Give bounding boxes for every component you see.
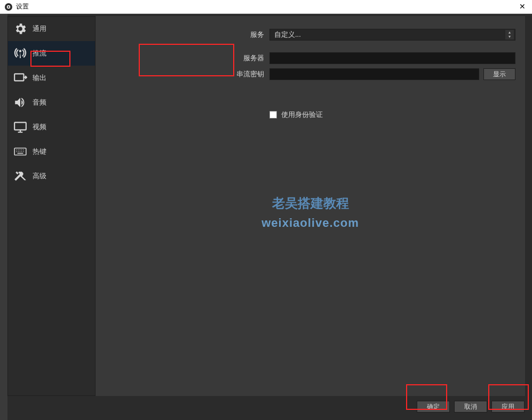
sidebar-item-label: 音频 — [33, 98, 46, 107]
sidebar-item-label: 推流 — [33, 49, 46, 58]
sidebar-item-label: 热键 — [33, 147, 46, 156]
tools-icon — [12, 168, 28, 184]
row-server: 服务器 — [96, 52, 525, 64]
dialog-body: 通用 推流 输出 音频 视频 — [7, 16, 525, 396]
watermark-line2: weixiaolive.com — [261, 216, 359, 230]
sidebar-item-label: 高级 — [33, 171, 46, 181]
row-service: 服务 自定义... ▲▼ — [96, 29, 525, 41]
close-button[interactable]: ✕ — [517, 2, 528, 11]
titlebar: 设置 ✕ — [0, 0, 532, 14]
show-key-button[interactable]: 显示 — [483, 68, 515, 80]
main-panel: 服务 自定义... ▲▼ 服务器 串流密钥 显示 — [96, 16, 525, 396]
ok-button[interactable]: 确定 — [417, 401, 450, 413]
sidebar-item-general[interactable]: 通用 — [8, 17, 95, 41]
sidebar-item-video[interactable]: 视频 — [8, 115, 95, 139]
watermark-line1: 老吴搭建教程 — [261, 195, 359, 212]
use-auth-checkbox[interactable] — [269, 111, 277, 118]
keyboard-icon — [12, 144, 28, 160]
svg-rect-4 — [14, 122, 26, 130]
service-label: 服务 — [96, 30, 269, 39]
server-input[interactable] — [269, 52, 515, 64]
sidebar-item-output[interactable]: 输出 — [8, 66, 95, 90]
sidebar-item-audio[interactable]: 音频 — [8, 90, 95, 115]
gear-icon — [12, 21, 28, 37]
sidebar-item-hotkeys[interactable]: 热键 — [8, 139, 95, 164]
row-use-auth: 使用身份验证 — [96, 110, 525, 120]
cancel-button[interactable]: 取消 — [454, 401, 487, 413]
left-edge — [0, 14, 7, 420]
sidebar-item-label: 通用 — [33, 24, 46, 34]
speaker-icon — [12, 94, 28, 110]
sidebar: 通用 推流 输出 音频 视频 — [7, 16, 96, 396]
output-icon — [12, 70, 28, 86]
svg-point-2 — [7, 6, 9, 7]
service-value: 自定义... — [274, 30, 301, 39]
monitor-icon — [12, 119, 28, 135]
use-auth-label: 使用身份验证 — [281, 110, 323, 120]
watermark: 老吴搭建教程 weixiaolive.com — [261, 195, 359, 230]
stream-key-label: 串流密钥 — [96, 69, 269, 79]
sidebar-item-stream[interactable]: 推流 — [8, 41, 95, 66]
window-title: 设置 — [16, 2, 29, 11]
footer-buttons: 确定 取消 应用 — [417, 401, 525, 413]
app-icon — [4, 3, 13, 11]
sidebar-item-advanced[interactable]: 高级 — [8, 164, 95, 188]
apply-button[interactable]: 应用 — [491, 401, 525, 413]
select-arrows-icon: ▲▼ — [505, 30, 514, 39]
sidebar-item-label: 输出 — [33, 73, 46, 83]
server-label: 服务器 — [96, 53, 269, 63]
row-stream-key: 串流密钥 显示 — [96, 68, 525, 80]
service-select[interactable]: 自定义... ▲▼ — [269, 29, 515, 41]
antenna-icon — [12, 45, 28, 61]
sidebar-item-label: 视频 — [33, 122, 46, 132]
svg-rect-3 — [14, 74, 23, 81]
stream-key-input[interactable] — [269, 68, 479, 80]
